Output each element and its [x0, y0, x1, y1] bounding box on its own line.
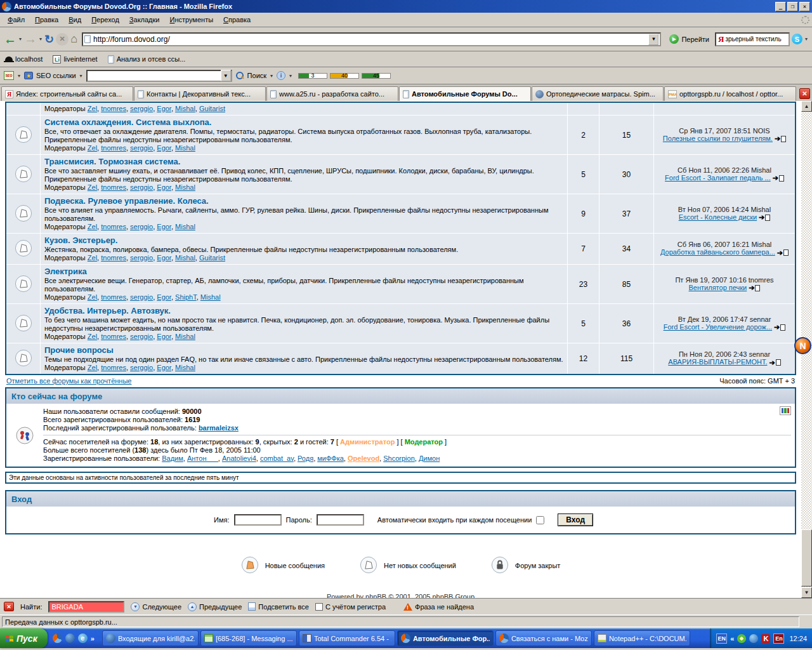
menu-item[interactable]: Справка: [218, 14, 256, 25]
url-dropdown-button[interactable]: ▼: [648, 34, 658, 45]
back-button[interactable]: ←: [4, 32, 16, 46]
moderator-link[interactable]: Egor: [157, 183, 171, 191]
lastpost-link[interactable]: Доработка тайваньского бампера...: [660, 248, 775, 256]
findbar-close-icon[interactable]: ✕: [4, 602, 14, 611]
user-link[interactable]: Shcorpion: [383, 454, 415, 462]
forum-title-link[interactable]: Удобства. Интерьер. Автозвук.: [44, 306, 171, 315]
moderator-link[interactable]: Zel: [88, 105, 97, 112]
seo-search-dropdown[interactable]: ▼: [221, 70, 231, 81]
user-link[interactable]: Димон: [419, 454, 440, 462]
moderator-link[interactable]: Zel: [88, 183, 97, 191]
lastpost-link[interactable]: АВАРИЯ-ВЫПЛАТЫ-РЕМОНТ.: [668, 358, 767, 366]
moderator-link[interactable]: Zel: [88, 364, 97, 371]
scroll-up-button[interactable]: ▲: [801, 101, 812, 112]
n-gadget-icon[interactable]: N: [794, 337, 811, 354]
moderator-link[interactable]: serggio: [130, 183, 153, 191]
seo-search-dropdown-icon[interactable]: ▾: [270, 73, 273, 79]
user-link[interactable]: Антон___: [187, 454, 218, 462]
forum-title-link[interactable]: Подвеска. Рулевое управление. Колеса.: [44, 196, 209, 206]
go-button[interactable]: ▶ Перейти: [665, 34, 713, 44]
moderator-link[interactable]: Egor: [157, 333, 171, 340]
moderator-link[interactable]: tnomres: [101, 364, 126, 371]
moderator-link[interactable]: serggio: [130, 364, 153, 371]
moderator-link[interactable]: Zel: [88, 223, 97, 230]
minimize-button[interactable]: _: [775, 2, 786, 11]
stop-button[interactable]: ✕: [56, 33, 69, 46]
ie-quicklaunch-icon[interactable]: e: [78, 633, 88, 643]
moderator-link[interactable]: Mishal: [200, 293, 221, 301]
menu-item[interactable]: Файл: [3, 14, 30, 25]
moderator-link[interactable]: Mishal: [175, 364, 195, 371]
moderator-link[interactable]: tnomres: [101, 254, 126, 262]
moderator-link[interactable]: serggio: [130, 254, 153, 262]
menu-item[interactable]: Вид: [63, 14, 86, 25]
moderator-link[interactable]: tnomres: [101, 333, 126, 340]
skype-icon[interactable]: S: [792, 34, 802, 44]
forum-title-link[interactable]: Прочие вопросы: [44, 345, 114, 355]
user-link[interactable]: barmaleizsx: [199, 424, 239, 432]
seo-links-label[interactable]: SEO ссылки: [36, 72, 76, 79]
info-dropdown-icon[interactable]: ▾: [289, 73, 292, 79]
moderator-link[interactable]: Egor: [157, 293, 171, 301]
moderator-link[interactable]: Egor: [157, 144, 171, 152]
browser-tab[interactable]: Ортопедические матрасы. Spim...: [532, 86, 664, 101]
browser-tab[interactable]: www.a25.ru - разработка сайто...: [266, 86, 398, 101]
lastpost-link[interactable]: Ford Escort - Залипает педаль ...: [665, 174, 771, 182]
menu-item[interactable]: Инструменты: [164, 14, 218, 25]
browser-tab[interactable]: Контакты | Декоративный текс...: [134, 86, 266, 101]
moderator-link[interactable]: tnomres: [101, 105, 126, 112]
close-tab-button[interactable]: ✕: [799, 88, 810, 99]
taskbar-button[interactable]: Автомобильные Фор...: [397, 630, 494, 646]
user-link[interactable]: миФФка: [317, 454, 344, 462]
mark-forums-read-link[interactable]: Отметить все форумы как прочтённые: [6, 377, 131, 385]
info-icon[interactable]: i: [277, 71, 285, 80]
taskbar-button[interactable]: Связаться с нами - Mozi...: [495, 630, 592, 646]
firefox-quicklaunch-icon[interactable]: [53, 633, 62, 643]
menu-item[interactable]: Закладки: [124, 14, 165, 25]
moderator-link[interactable]: Mishal: [175, 183, 195, 191]
moderator-link[interactable]: Guitarist: [199, 254, 225, 262]
login-name-input[interactable]: [234, 514, 282, 526]
forum-title-link[interactable]: Система охлаждения. Система выхлопа.: [44, 117, 211, 127]
url-text[interactable]: http://forum.dovod.org/: [93, 35, 648, 44]
moderator-link[interactable]: Mishal: [175, 333, 195, 340]
moderator-link[interactable]: Mishal: [175, 223, 195, 230]
moderator-link[interactable]: Zel: [88, 293, 97, 301]
seo-icon[interactable]: SEO: [4, 71, 14, 80]
highlight-all-button[interactable]: Подсветить все: [248, 602, 309, 611]
user-link[interactable]: Вадим: [162, 454, 183, 462]
moderator-link[interactable]: Egor: [157, 254, 171, 262]
forward-button[interactable]: →: [24, 32, 37, 46]
moderator-link[interactable]: serggio: [130, 223, 153, 230]
bookmark-item[interactable]: Анализ и отсев ссы...: [108, 55, 186, 63]
moderator-link[interactable]: ShiphT: [175, 293, 197, 301]
moderator-link[interactable]: tnomres: [101, 183, 126, 191]
forward-dropdown-icon[interactable]: ▾: [39, 36, 42, 42]
reload-button[interactable]: ↻: [44, 32, 54, 46]
user-link[interactable]: Opelevod: [348, 454, 379, 462]
lastpost-link[interactable]: Вентилятор печки: [689, 284, 747, 291]
taskbar-button[interactable]: [685-268] - Messaging ...: [200, 630, 297, 646]
kaspersky-icon[interactable]: K: [761, 634, 770, 643]
moderator-link[interactable]: tnomres: [101, 144, 126, 152]
scrollbar-thumb[interactable]: [801, 529, 812, 587]
taskbar-button[interactable]: Notepad++ - C:\DOCUM...: [594, 630, 690, 646]
find-input[interactable]: [48, 601, 124, 613]
seo-dropdown-icon[interactable]: ▾: [18, 73, 20, 79]
bookmark-item[interactable]: Liliveinternet: [53, 55, 97, 63]
moderator-link[interactable]: serggio: [130, 293, 153, 301]
lastpost-link[interactable]: Escort - Колесные диски: [679, 213, 757, 221]
moderator-link[interactable]: tnomres: [101, 223, 126, 230]
seo-search-label[interactable]: Поиск: [247, 72, 266, 79]
browser-tab[interactable]: ЯЯndex: строительный сайты са...: [1, 86, 133, 101]
moderator-link[interactable]: Guitarist: [199, 105, 225, 112]
keyboard-layout-indicator-2[interactable]: En: [773, 633, 784, 644]
moderator-link[interactable]: Zel: [88, 333, 97, 340]
match-case-checkbox[interactable]: [315, 603, 323, 611]
yandex-search-box[interactable]: Я зрьерный текстиль: [715, 32, 790, 46]
forum-title-link[interactable]: Электрика: [44, 267, 87, 276]
moderator-link[interactable]: serggio: [130, 105, 153, 112]
quicklaunch-overflow-icon[interactable]: »: [91, 635, 95, 642]
moderator-link[interactable]: Mishal: [175, 254, 195, 262]
start-button[interactable]: Пуск: [0, 628, 48, 648]
